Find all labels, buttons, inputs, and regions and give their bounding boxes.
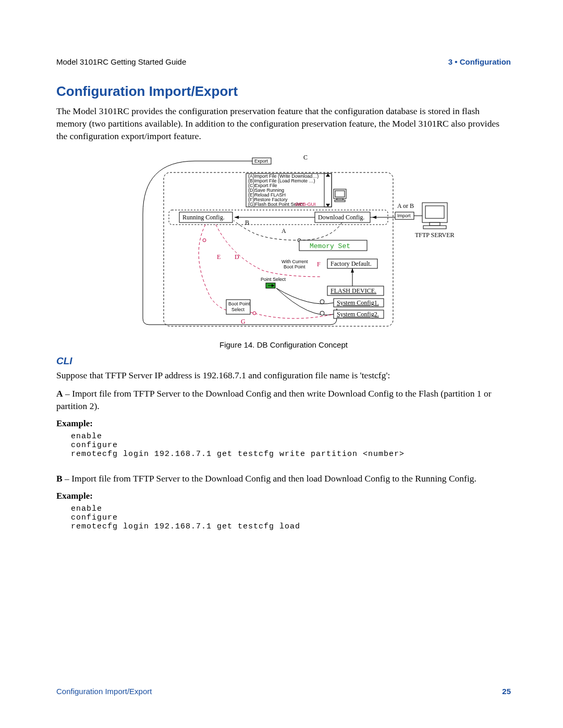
- section-title: Configuration Import/Export: [56, 83, 511, 100]
- svg-rect-10: [335, 200, 345, 202]
- cli-a-line: A – Import file from TFTP Server to the …: [56, 387, 511, 412]
- fig-b: B: [245, 219, 249, 226]
- cli-heading: CLI: [56, 355, 511, 367]
- example-label-a: Example:: [56, 418, 511, 429]
- example-a-code: enable configure remotecfg login 192.168…: [71, 432, 511, 459]
- fig-tftp: TFTP SERVER: [415, 231, 455, 239]
- svg-rect-4: [324, 174, 332, 207]
- svg-point-26: [203, 239, 206, 242]
- footer-right: 25: [502, 687, 511, 696]
- cli-b-line: B – Import file from TFTP Server to the …: [56, 472, 511, 485]
- svg-point-36: [320, 300, 324, 304]
- fig-aorb: A or B: [397, 202, 414, 209]
- section-intro: The Model 3101RC provides the configurat…: [56, 105, 511, 142]
- svg-rect-8: [335, 191, 345, 197]
- fig-sys2: System Config2.: [337, 311, 379, 318]
- svg-point-39: [253, 312, 256, 315]
- example-label-b: Example:: [56, 491, 511, 501]
- svg-point-37: [320, 311, 324, 315]
- footer-left: Configuration Import/Export: [56, 687, 152, 696]
- fig-f: F: [317, 261, 321, 268]
- cli-a-text: – Import file from TFTP Server to the Do…: [56, 388, 492, 411]
- running-header: Model 3101RC Getting Started Guide 3 • C…: [56, 57, 511, 66]
- fig-sys1: System Config1.: [337, 299, 379, 306]
- fig-export: Export: [254, 158, 268, 164]
- footer: Configuration Import/Export 25: [56, 687, 511, 696]
- svg-rect-21: [425, 206, 444, 218]
- fig-running: Running Config.: [182, 214, 225, 221]
- svg-marker-18: [372, 216, 376, 219]
- svg-marker-15: [235, 216, 239, 219]
- fig-flashdev: FLASH DEVICE.: [331, 287, 376, 294]
- diagram-svg: Export C (A)Import File (Write Download……: [112, 152, 456, 334]
- fig-import: Import: [397, 213, 411, 218]
- fig-factory: Factory Default.: [331, 260, 372, 267]
- example-b-code: enable configure remotecfg login 192.168…: [71, 504, 511, 531]
- figure-caption: Figure 14. DB Configuration Concept: [56, 340, 511, 349]
- content: Configuration Import/Export The Model 31…: [56, 83, 511, 531]
- fig-withcurrent1: With Current: [282, 259, 308, 264]
- fig-download: Download Config.: [318, 214, 364, 221]
- cli-suppose: Suppose that TFTP Server IP address is 1…: [56, 369, 511, 381]
- header-left: Model 3101RC Getting Started Guide: [56, 57, 186, 66]
- fig-bootpoint2: Select: [231, 307, 245, 312]
- fig-d: D: [235, 253, 239, 261]
- fig-memory: Memory Set: [310, 242, 350, 250]
- svg-rect-23: [423, 226, 446, 229]
- fig-e: E: [217, 253, 221, 261]
- fig-withcurrent2: Boot Point: [284, 264, 305, 269]
- header-right: 3 • Configuration: [448, 57, 511, 66]
- svg-marker-29: [351, 268, 354, 273]
- fig-webgui: WEB-GUI: [295, 202, 316, 207]
- page: Model 3101RC Getting Started Guide 3 • C…: [0, 0, 563, 728]
- figure: Export C (A)Import File (Write Download……: [56, 152, 511, 349]
- cli-a-label: A: [56, 388, 63, 399]
- cli-b-text: – Import file from TFTP Server to the Do…: [63, 473, 476, 484]
- svg-rect-22: [430, 223, 440, 226]
- fig-pointselect: Point Select: [261, 277, 286, 282]
- fig-bootpoint1: Boot Point: [228, 301, 250, 306]
- fig-c: C: [303, 154, 308, 161]
- cli-b-label: B: [56, 473, 63, 484]
- fig-g: G: [241, 318, 246, 325]
- fig-a: A: [282, 227, 286, 235]
